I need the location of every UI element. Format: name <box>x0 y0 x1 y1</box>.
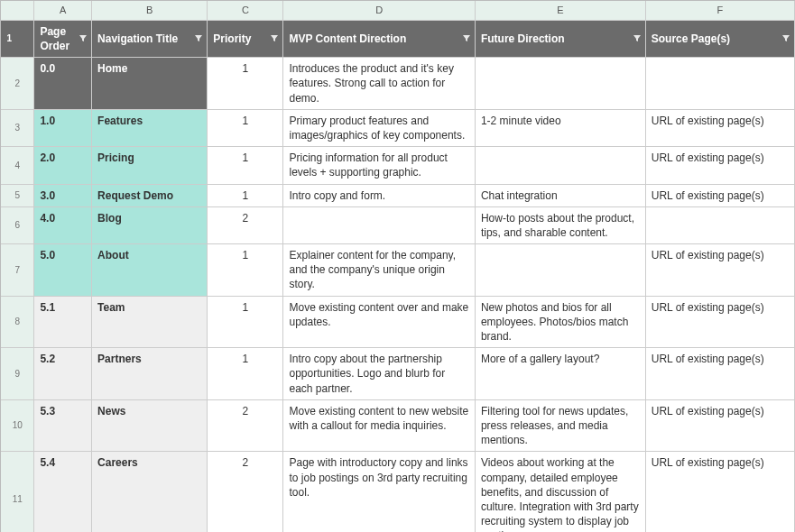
cell-priority[interactable]: 1 <box>208 348 283 400</box>
column-header-F[interactable]: F <box>645 1 794 20</box>
table-row: 9 5.2 Partners 1 Intro copy about the pa… <box>1 348 795 400</box>
header-cell-navigation-title[interactable]: Navigation Title <box>92 20 208 57</box>
select-all-corner[interactable] <box>1 1 34 20</box>
cell-source-pages[interactable]: URL of existing page(s) <box>645 348 794 400</box>
cell-navigation-title[interactable]: Team <box>92 296 208 348</box>
table-row: 11 5.4 Careers 2 Page with introductory … <box>1 452 795 532</box>
row-number[interactable]: 6 <box>1 206 34 243</box>
cell-page-order[interactable]: 3.0 <box>34 184 92 206</box>
cell-priority[interactable]: 2 <box>208 206 283 243</box>
cell-future-direction[interactable] <box>475 244 645 297</box>
header-cell-source-pages[interactable]: Source Page(s) <box>645 20 794 57</box>
table-row: 4 2.0 Pricing 1 Pricing information for … <box>1 147 795 184</box>
cell-future-direction[interactable] <box>475 147 645 184</box>
column-header-A[interactable]: A <box>34 1 92 20</box>
cell-future-direction[interactable] <box>475 58 645 110</box>
header-label: Navigation Title <box>97 32 178 45</box>
cell-page-order[interactable]: 0.0 <box>34 58 92 110</box>
cell-navigation-title[interactable]: Partners <box>92 348 208 400</box>
cell-navigation-title[interactable]: About <box>92 244 208 297</box>
filter-icon[interactable] <box>781 33 791 44</box>
cell-source-pages[interactable] <box>645 206 794 243</box>
row-number[interactable]: 5 <box>1 184 34 206</box>
cell-source-pages[interactable]: URL of existing page(s) <box>645 184 794 206</box>
cell-page-order[interactable]: 5.2 <box>34 348 92 400</box>
cell-future-direction[interactable]: New photos and bios for all employees. P… <box>475 296 645 348</box>
cell-navigation-title[interactable]: Features <box>92 109 208 146</box>
column-letter-row: A B C D E F <box>1 1 795 20</box>
column-header-E[interactable]: E <box>475 1 645 20</box>
cell-page-order[interactable]: 5.4 <box>34 452 92 532</box>
cell-future-direction[interactable]: Videos about working at the company, det… <box>475 452 645 532</box>
header-cell-future-direction[interactable]: Future Direction <box>475 20 645 57</box>
cell-source-pages[interactable]: URL of existing page(s) <box>645 452 794 532</box>
column-header-D[interactable]: D <box>283 1 475 20</box>
cell-navigation-title[interactable]: Blog <box>92 206 208 243</box>
cell-priority[interactable]: 1 <box>208 296 283 348</box>
cell-navigation-title[interactable]: Request Demo <box>92 184 208 206</box>
cell-source-pages[interactable] <box>645 58 794 110</box>
column-header-B[interactable]: B <box>92 1 208 20</box>
header-cell-mvp-content[interactable]: MVP Content Direction <box>283 20 475 57</box>
header-label: Future Direction <box>481 32 565 45</box>
cell-source-pages[interactable]: URL of existing page(s) <box>645 296 794 348</box>
cell-source-pages[interactable]: URL of existing page(s) <box>645 244 794 297</box>
cell-page-order[interactable]: 5.0 <box>34 244 92 297</box>
header-cell-page-order[interactable]: Page Order <box>34 20 92 57</box>
cell-page-order[interactable]: 1.0 <box>34 109 92 146</box>
filter-icon[interactable] <box>632 33 642 44</box>
cell-page-order[interactable]: 5.3 <box>34 399 92 452</box>
cell-future-direction[interactable]: More of a gallery layout? <box>475 348 645 400</box>
cell-priority[interactable]: 2 <box>208 452 283 532</box>
row-number[interactable]: 3 <box>1 109 34 146</box>
cell-navigation-title[interactable]: Careers <box>92 452 208 532</box>
row-number[interactable]: 10 <box>1 399 34 452</box>
cell-future-direction[interactable]: 1-2 minute video <box>475 109 645 146</box>
cell-page-order[interactable]: 5.1 <box>34 296 92 348</box>
row-number[interactable]: 11 <box>1 452 34 532</box>
cell-priority[interactable]: 2 <box>208 399 283 452</box>
filter-icon[interactable] <box>78 33 88 44</box>
cell-priority[interactable]: 1 <box>208 244 283 297</box>
cell-source-pages[interactable]: URL of existing page(s) <box>645 147 794 184</box>
cell-mvp-content[interactable]: Intro copy and form. <box>283 184 475 206</box>
cell-mvp-content[interactable]: Move existing content to new website wit… <box>283 399 475 452</box>
cell-priority[interactable]: 1 <box>208 109 283 146</box>
filter-icon[interactable] <box>193 33 204 44</box>
cell-mvp-content[interactable] <box>283 206 475 243</box>
table-row: 7 5.0 About 1 Explainer content for the … <box>1 244 795 297</box>
cell-source-pages[interactable]: URL of existing page(s) <box>645 109 794 146</box>
cell-mvp-content[interactable]: Intro copy about the partnership opportu… <box>283 348 475 400</box>
cell-future-direction[interactable]: Chat integration <box>475 184 645 206</box>
column-header-C[interactable]: C <box>208 1 283 20</box>
cell-priority[interactable]: 1 <box>208 184 283 206</box>
cell-source-pages[interactable]: URL of existing page(s) <box>645 399 794 452</box>
row-number[interactable]: 2 <box>1 58 34 110</box>
cell-navigation-title[interactable]: Pricing <box>92 147 208 184</box>
cell-navigation-title[interactable]: News <box>92 399 208 452</box>
cell-navigation-title[interactable]: Home <box>92 58 208 110</box>
row-number[interactable]: 1 <box>1 20 34 57</box>
cell-priority[interactable]: 1 <box>208 147 283 184</box>
filter-icon[interactable] <box>269 33 280 44</box>
cell-future-direction[interactable]: Filtering tool for news updates, press r… <box>475 399 645 452</box>
table-row: 2 0.0 Home 1 Introduces the product and … <box>1 58 795 110</box>
cell-page-order[interactable]: 4.0 <box>34 206 92 243</box>
cell-page-order[interactable]: 2.0 <box>34 147 92 184</box>
cell-future-direction[interactable]: How-to posts about the product, tips, an… <box>475 206 645 243</box>
cell-mvp-content[interactable]: Pricing information for all product leve… <box>283 147 475 184</box>
header-cell-priority[interactable]: Priority <box>208 20 283 57</box>
filter-icon[interactable] <box>461 33 472 44</box>
spreadsheet[interactable]: A B C D E F 1 Page Order Navigation Titl… <box>0 0 795 532</box>
cell-mvp-content[interactable]: Introduces the product and it's key feat… <box>283 58 475 110</box>
cell-mvp-content[interactable]: Explainer content for the company, and t… <box>283 244 475 297</box>
cell-mvp-content[interactable]: Page with introductory copy and links to… <box>283 452 475 532</box>
row-number[interactable]: 8 <box>1 296 34 348</box>
row-number[interactable]: 9 <box>1 348 34 400</box>
cell-mvp-content[interactable]: Move existing content over and make upda… <box>283 296 475 348</box>
header-label: MVP Content Direction <box>289 32 406 45</box>
cell-mvp-content[interactable]: Primary product features and images/grap… <box>283 109 475 146</box>
row-number[interactable]: 7 <box>1 244 34 297</box>
row-number[interactable]: 4 <box>1 147 34 184</box>
cell-priority[interactable]: 1 <box>208 58 283 110</box>
